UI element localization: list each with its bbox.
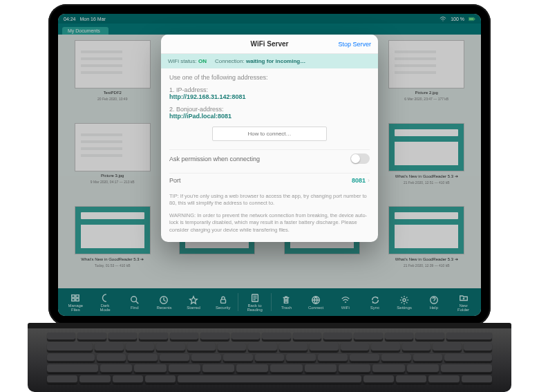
ask-permission-label: Ask permission when connecting	[169, 156, 260, 162]
ipad-device: 04:24 Mon 16 Mar 100 % My Documents Test…	[48, 4, 491, 326]
warning-text: WARNING: In order to prevent the network…	[169, 212, 370, 233]
address-intro: Use one of the following addresses:	[169, 74, 370, 81]
ask-permission-toggle[interactable]	[350, 153, 370, 164]
bonjour-address-label: 2. Bonjour-address:	[169, 106, 370, 113]
how-to-connect-button[interactable]: How to connect…	[212, 127, 326, 141]
tip-text: TIP: If you're only using a web browser …	[169, 193, 370, 207]
wifi-status-label: WiFi status:	[168, 58, 197, 64]
screen: 04:24 Mon 16 Mar 100 % My Documents Test…	[58, 14, 481, 316]
connection-value: waiting for incoming…	[246, 58, 305, 64]
keyboard-hinge	[28, 323, 511, 328]
wifi-status-value: ON	[198, 58, 207, 64]
port-value: 8081	[352, 177, 366, 184]
ip-address-link[interactable]: http://192.168.31.142:8081	[169, 93, 370, 100]
connection-label: Connection:	[215, 58, 245, 64]
modal-title: WiFi Server	[251, 40, 289, 48]
hardware-keyboard	[28, 328, 511, 392]
stop-server-button[interactable]: Stop Server	[288, 41, 371, 48]
wifi-server-modal: WiFi Server Stop Server WiFi status: ON …	[161, 35, 378, 242]
port-row[interactable]: Port 8081›	[169, 173, 370, 187]
chevron-right-icon: ›	[368, 177, 370, 184]
port-label: Port	[169, 177, 181, 184]
wifi-status-bar: WiFi status: ON Connection: waiting for …	[161, 54, 378, 68]
ip-address-label: 1. IP-address:	[169, 86, 370, 93]
bonjour-address-link[interactable]: http://iPad.local:8081	[169, 113, 370, 120]
